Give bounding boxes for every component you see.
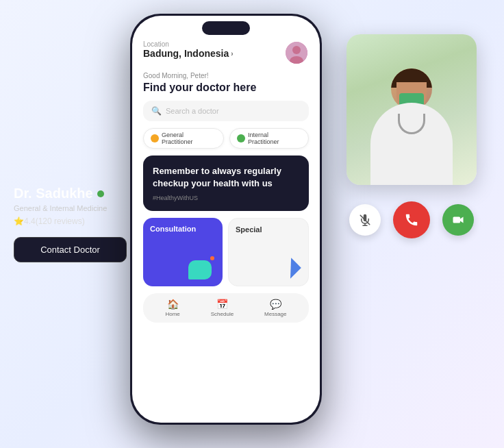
hangup-button[interactable] (393, 201, 430, 238)
internal-practitioner-icon (237, 134, 245, 142)
consultation-card[interactable]: Consultation (143, 218, 223, 286)
doctor-name: Dr. Sadukhe (14, 186, 127, 201)
category-tag-general[interactable]: General Practitioner (143, 128, 224, 149)
location-block: Location Badung, Indonesia › (143, 40, 234, 59)
video-call-panel (346, 34, 477, 238)
schedule-icon: 📅 (216, 299, 228, 310)
search-bar[interactable]: 🔍 Search a doctor (143, 101, 309, 121)
contact-doctor-button[interactable]: Contact Doctor (14, 237, 127, 262)
home-icon: 🏠 (167, 299, 179, 310)
greeting-text: Good Morning, Peter! (143, 72, 309, 79)
general-practitioner-icon (151, 134, 159, 142)
consultation-icon-area (150, 255, 216, 279)
nav-message[interactable]: 💬 Message (264, 299, 286, 317)
doctor-specialty: General & Internal Medicine (14, 204, 127, 212)
health-banner: Remember to always regularly checkup you… (143, 155, 309, 210)
camera-icon (452, 214, 464, 226)
search-icon: 🔍 (151, 106, 162, 116)
bottom-navigation: 🏠 Home 📅 Schedule 💬 Message (143, 293, 309, 323)
home-label: Home (165, 311, 179, 317)
search-placeholder: Search a doctor (166, 107, 219, 115)
stethoscope (398, 114, 425, 134)
doctor-name-text: Dr. Sadukhe (14, 186, 93, 201)
video-thumbnail (346, 34, 477, 185)
nav-schedule[interactable]: 📅 Schedule (211, 299, 234, 317)
special-label: Special (236, 225, 301, 234)
location-chevron: › (231, 50, 233, 58)
phone-hangup-icon (404, 212, 419, 227)
avatar-image (286, 42, 307, 64)
phone-content: Location Badung, Indonesia › (132, 16, 320, 423)
svg-point-1 (292, 46, 301, 54)
main-heading: Find your doctor here (143, 81, 309, 94)
doctor-figure (370, 69, 453, 185)
chat-bubble (188, 260, 212, 279)
general-practitioner-label: General Practitioner (162, 132, 216, 145)
schedule-label: Schedule (211, 311, 234, 317)
call-controls (346, 201, 477, 238)
phone-notch (202, 21, 250, 35)
phone-mockup: Location Badung, Indonesia › (130, 14, 322, 432)
consultation-label: Consultation (150, 225, 216, 233)
service-cards-row: Consultation Special (143, 218, 309, 286)
camera-button[interactable] (442, 204, 474, 236)
location-label: Location (143, 40, 234, 48)
arrow-icon (275, 252, 305, 283)
message-label: Message (264, 311, 286, 317)
location-text: Badung, Indonesia (143, 48, 229, 59)
user-avatar[interactable] (284, 40, 309, 65)
chat-icon (188, 255, 216, 279)
location-value[interactable]: Badung, Indonesia › (143, 48, 234, 59)
banner-title: Remember to always regularly checkup you… (153, 165, 299, 190)
mute-button[interactable] (349, 204, 381, 236)
phone-outer-shell: Location Badung, Indonesia › (130, 14, 322, 425)
category-row: General Practitioner Internal Practition… (143, 128, 309, 149)
svg-rect-6 (453, 217, 461, 223)
doctor-rating: ⭐4.4(120 reviews) (14, 216, 127, 226)
internal-practitioner-label: Internal Practitioner (248, 132, 301, 145)
banner-hashtag: #HealthyWithUS (153, 195, 299, 201)
special-icon-area (236, 257, 301, 279)
nav-home[interactable]: 🏠 Home (165, 299, 179, 317)
chat-notification-dot (209, 255, 216, 262)
online-indicator (97, 190, 104, 197)
microphone-off-icon (359, 214, 371, 226)
category-tag-internal[interactable]: Internal Practitioner (229, 128, 309, 149)
message-icon: 💬 (270, 299, 281, 310)
doctor-body (370, 103, 453, 185)
phone-screen: Location Badung, Indonesia › (132, 16, 320, 423)
phone-header: Location Badung, Indonesia › (143, 40, 309, 65)
special-card[interactable]: Special (228, 218, 309, 286)
doctor-info-panel: Dr. Sadukhe General & Internal Medicine … (14, 186, 127, 262)
